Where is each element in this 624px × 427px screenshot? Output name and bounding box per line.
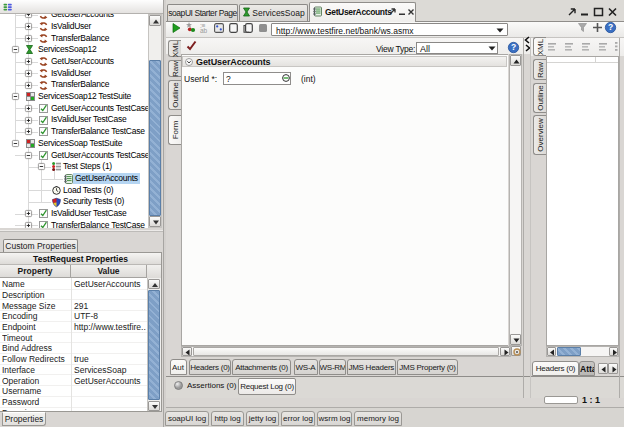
svg-text:?: ? <box>511 42 516 52</box>
svg-text:?: ? <box>608 22 613 32</box>
